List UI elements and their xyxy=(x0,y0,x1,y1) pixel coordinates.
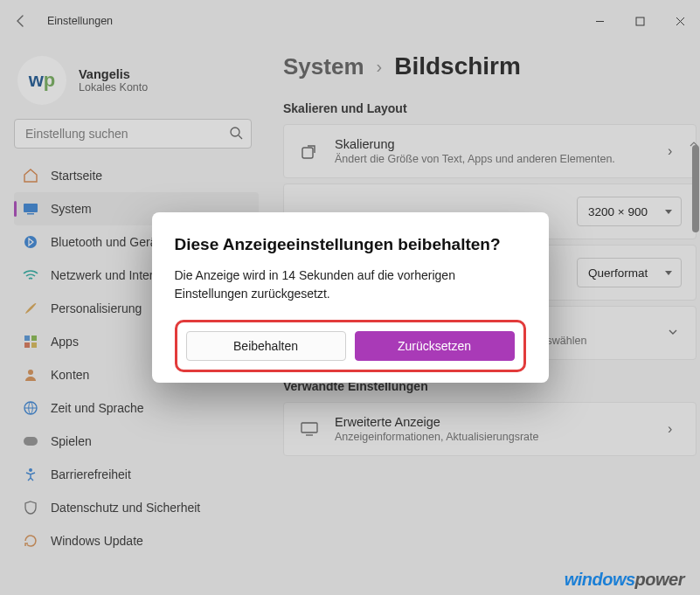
revert-button[interactable]: Zurücksetzen xyxy=(355,331,515,361)
keep-button[interactable]: Beibehalten xyxy=(186,331,346,361)
modal-overlay: Diese Anzeigeeinstellungen beibehalten? … xyxy=(0,0,700,595)
dialog-title: Diese Anzeigeeinstellungen beibehalten? xyxy=(175,235,526,254)
watermark: windowspower xyxy=(565,570,684,590)
settings-window: Einstellungen wp Vangelis Lokales Konto … xyxy=(0,0,700,595)
dialog-body: Die Anzeige wird in 14 Sekunden auf die … xyxy=(175,266,526,302)
dialog-button-row: Beibehalten Zurücksetzen xyxy=(175,320,526,372)
keep-settings-dialog: Diese Anzeigeeinstellungen beibehalten? … xyxy=(152,212,549,383)
